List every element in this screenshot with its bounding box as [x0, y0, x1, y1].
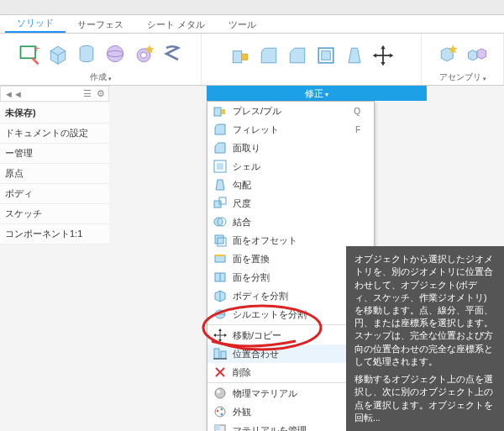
menu-draft[interactable]: 勾配 [207, 176, 374, 194]
replace-face-icon [213, 251, 228, 266]
shell-icon[interactable] [313, 43, 339, 68]
browser-body[interactable]: ボディ [0, 184, 109, 204]
browser-panel: ◄◄ ☰⚙ 未保存) ドキュメントの設定 ー管理 原点 ボディ スケッチ コンポ… [0, 86, 109, 244]
filter-icon[interactable]: ☰ [83, 88, 92, 99]
delete-icon [213, 365, 228, 380]
svg-marker-14 [349, 48, 360, 63]
svg-rect-26 [221, 109, 225, 114]
svg-point-6 [107, 45, 123, 61]
assembly-new-icon[interactable] [436, 41, 461, 66]
browser-origin[interactable]: 原点 [0, 164, 109, 184]
align-icon [213, 346, 228, 361]
chamfer-icon [213, 140, 228, 155]
silhouette-icon [213, 307, 228, 322]
svg-marker-24 [477, 49, 486, 59]
svg-point-56 [217, 390, 220, 393]
svg-rect-25 [214, 108, 221, 116]
svg-rect-36 [215, 255, 225, 262]
svg-marker-19 [372, 53, 375, 57]
svg-rect-11 [233, 50, 242, 62]
svg-marker-47 [218, 339, 222, 342]
svg-rect-34 [215, 235, 223, 244]
move-icon [213, 328, 228, 343]
svg-marker-23 [468, 50, 477, 60]
svg-point-55 [215, 388, 225, 398]
cylinder-icon[interactable] [74, 41, 99, 66]
browser-manage[interactable]: ー管理 [0, 144, 109, 164]
box-icon[interactable] [45, 41, 71, 66]
svg-point-58 [217, 410, 219, 413]
menu-shell[interactable]: シェル [207, 157, 374, 176]
draft-icon[interactable] [342, 43, 367, 68]
svg-marker-48 [213, 334, 216, 337]
ribbon-create-label: 作成 [90, 71, 107, 83]
manage-material-icon [213, 423, 228, 431]
menu-presspull[interactable]: プレス/プルQ [207, 102, 374, 120]
tooltip: オブジェクトから選択したジオメトリを、別のジオメトリに位置合わせして、オブジェク… [346, 246, 504, 431]
browser-sketch[interactable]: スケッチ [0, 204, 109, 224]
ribbon-assembly-label: アセンブリ [439, 71, 481, 83]
svg-text:+: + [34, 43, 39, 55]
draft-icon [213, 177, 228, 192]
svg-rect-28 [217, 163, 223, 170]
fillet-icon[interactable] [256, 43, 281, 68]
tab-solid[interactable]: ソリッド [5, 14, 66, 33]
svg-marker-49 [224, 334, 227, 337]
menu-fillet[interactable]: フィレットF [207, 120, 374, 139]
tab-surface[interactable]: サーフェス [66, 16, 135, 33]
presspull-icon[interactable] [228, 43, 253, 68]
assembly-joint-icon[interactable] [465, 41, 490, 66]
move-arrows-icon[interactable] [370, 43, 396, 68]
svg-marker-17 [381, 45, 385, 48]
svg-rect-62 [215, 425, 220, 430]
svg-line-1 [32, 58, 38, 64]
menu-combine[interactable]: 結合 [207, 213, 374, 231]
appearance-icon [213, 404, 228, 419]
svg-marker-46 [218, 329, 222, 331]
sketch-icon[interactable]: + [17, 41, 42, 66]
svg-marker-18 [381, 61, 385, 65]
modify-dropdown-header[interactable]: 修正 [207, 86, 427, 101]
svg-marker-20 [389, 53, 392, 57]
browser-component[interactable]: コンポーネント1:1 [0, 224, 109, 244]
shell-icon [213, 159, 228, 174]
svg-rect-13 [321, 50, 330, 60]
svg-rect-51 [221, 351, 226, 359]
combine-icon [213, 214, 228, 229]
scale-icon [213, 196, 228, 211]
offset-face-icon [213, 233, 228, 248]
sphere-icon[interactable] [102, 41, 128, 66]
tab-sheetmetal[interactable]: シート メタル [135, 16, 217, 33]
svg-marker-29 [216, 180, 224, 190]
split-body-icon [213, 288, 228, 303]
material-icon [213, 386, 228, 401]
menu-chamfer[interactable]: 面取り [207, 139, 374, 157]
svg-point-59 [221, 408, 223, 411]
svg-rect-0 [20, 46, 35, 58]
svg-point-9 [140, 52, 146, 58]
svg-point-60 [221, 413, 223, 416]
split-face-icon [213, 270, 228, 285]
svg-rect-50 [214, 349, 219, 359]
coil-icon[interactable] [160, 41, 185, 66]
modify-label: 修正 [305, 87, 323, 100]
menu-scale[interactable]: 尺度 [207, 194, 374, 213]
browser-doc-settings[interactable]: ドキュメントの設定 [0, 124, 109, 144]
browser-title: 未保存) [0, 103, 109, 124]
presspull-icon [213, 103, 228, 118]
torus-star-icon[interactable] [131, 41, 156, 66]
chamfer-icon[interactable] [285, 43, 310, 68]
tab-tool[interactable]: ツール [217, 16, 268, 33]
svg-point-57 [215, 407, 225, 417]
gear-icon[interactable]: ⚙ [97, 88, 105, 99]
fillet-icon [213, 122, 228, 137]
